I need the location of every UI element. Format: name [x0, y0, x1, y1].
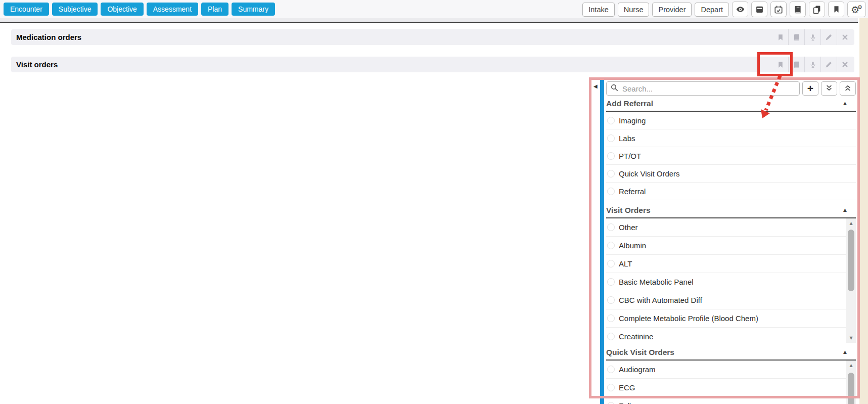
radio-circle[interactable] [607, 260, 615, 267]
section-actions [772, 57, 853, 72]
list-item-label: Referral [619, 187, 646, 196]
intake-button[interactable]: Intake [582, 3, 615, 17]
section-title: Visit orders [16, 57, 58, 72]
list-item[interactable]: Albumin [606, 237, 856, 255]
group-list-add-referral: Imaging Labs PT/OT Quick Visit Orders Re… [606, 112, 856, 200]
list-item[interactable]: Imaging [606, 112, 856, 129]
list-item[interactable]: Basic Metabolic Panel [606, 273, 856, 291]
bookmark-icon [833, 5, 840, 14]
calendar-button[interactable] [770, 2, 787, 17]
tab-objective[interactable]: Objective [101, 3, 143, 16]
pencil-icon[interactable] [820, 57, 837, 72]
panel-accent-bar [600, 80, 604, 404]
radio-circle[interactable] [607, 278, 615, 286]
microphone-icon[interactable] [804, 57, 820, 72]
bookmark-icon[interactable] [772, 57, 788, 72]
tab-encounter[interactable]: Encounter [4, 3, 49, 16]
radio-circle[interactable] [607, 152, 615, 160]
pencil-icon[interactable] [820, 29, 837, 45]
calendar-check-icon [774, 5, 783, 14]
eye-button[interactable] [732, 2, 748, 17]
scroll-down-icon[interactable]: ▼ [846, 336, 856, 340]
section-bar-visit-orders[interactable]: Visit orders [11, 57, 854, 72]
radio-circle[interactable] [607, 384, 615, 391]
list-item[interactable]: Audiogram [606, 361, 856, 379]
section-bar-medication-orders[interactable]: Medication orders [11, 29, 854, 45]
list-item[interactable]: PT/OT [606, 147, 856, 165]
search-box[interactable] [606, 81, 800, 96]
list-item-label: Labs [619, 134, 635, 143]
archive-box-icon [755, 5, 764, 14]
tab-plan[interactable]: Plan [201, 3, 229, 16]
list-item[interactable]: Follow up [606, 397, 856, 404]
expand-all-button[interactable] [840, 81, 856, 96]
collapse-caret-icon[interactable]: ▲ [843, 207, 847, 212]
panel-content: + Add Referral ▲ Imaging Labs PT/OT Quic… [606, 80, 856, 404]
radio-circle[interactable] [607, 296, 615, 304]
list-item[interactable]: Complete Metabolic Profile (Blood Chem) [606, 309, 856, 328]
list-item[interactable]: Labs [606, 129, 856, 147]
list-item[interactable]: ALT [606, 255, 856, 273]
radio-circle[interactable] [607, 333, 615, 340]
list-item-label: Creatinine [619, 332, 653, 341]
collapse-all-button[interactable] [821, 81, 837, 96]
depart-button[interactable]: Depart [695, 3, 729, 17]
copy-button[interactable] [809, 2, 825, 17]
note-nav-tabs: Encounter Subjective Objective Assessmen… [4, 3, 275, 16]
tab-summary[interactable]: Summary [232, 3, 275, 16]
collapse-left-icon[interactable]: ◀ [593, 83, 598, 89]
group-title: Add Referral [606, 99, 653, 108]
group-title: Quick Visit Orders [606, 348, 674, 357]
book-icon[interactable] [788, 57, 804, 72]
scrollbar-thumb[interactable] [848, 373, 854, 404]
search-input[interactable] [621, 84, 795, 94]
eye-icon [736, 5, 745, 14]
radio-circle[interactable] [607, 315, 615, 322]
list-item[interactable]: Referral [606, 183, 856, 200]
nurse-button[interactable]: Nurse [618, 3, 650, 17]
radio-circle[interactable] [607, 117, 615, 124]
plus-icon: + [807, 83, 813, 94]
radio-circle[interactable] [607, 402, 615, 404]
group-header-quick-visit-orders[interactable]: Quick Visit Orders ▲ [606, 347, 856, 361]
bookmark-button[interactable] [828, 2, 844, 17]
provider-button[interactable]: Provider [652, 3, 692, 17]
tab-assessment[interactable]: Assessment [147, 3, 198, 16]
group-header-add-referral[interactable]: Add Referral ▲ [606, 98, 856, 112]
settings-gears-icon: ⚙ ⚙ [851, 5, 862, 15]
book-button[interactable] [790, 2, 806, 17]
list-item[interactable]: Creatinine [606, 328, 856, 343]
double-chevron-down-icon [826, 84, 833, 93]
list-item[interactable]: ECG [606, 379, 856, 397]
list-item[interactable]: Quick Visit Orders [606, 165, 856, 183]
list-item[interactable]: CBC with Automated Diff [606, 291, 856, 309]
scroll-up-icon[interactable]: ▲ [846, 363, 856, 368]
scrollbar-thumb[interactable] [848, 230, 854, 291]
radio-circle[interactable] [607, 366, 615, 373]
top-toolbar: Encounter Subjective Objective Assessmen… [0, 0, 868, 18]
settings-button[interactable]: ⚙ ⚙ [847, 2, 866, 17]
list-item-label: ECG [619, 383, 635, 392]
book-icon[interactable] [788, 29, 804, 45]
list-item-label: Albumin [619, 241, 646, 250]
collapse-caret-icon[interactable]: ▲ [843, 349, 847, 354]
scrollbar[interactable]: ▲ [846, 361, 856, 404]
add-order-button[interactable]: + [802, 81, 818, 96]
list-item[interactable]: Other [606, 218, 856, 237]
radio-circle[interactable] [607, 223, 615, 231]
bookmark-icon[interactable] [772, 29, 788, 45]
close-icon[interactable] [837, 29, 853, 45]
group-header-visit-orders[interactable]: Visit Orders ▲ [606, 205, 856, 218]
microphone-icon[interactable] [804, 29, 820, 45]
radio-circle[interactable] [607, 134, 615, 142]
radio-circle[interactable] [607, 242, 615, 249]
scrollbar[interactable]: ▲ ▼ [846, 218, 856, 343]
archive-button[interactable] [751, 2, 767, 17]
radio-circle[interactable] [607, 170, 615, 177]
group-list-quick-visit-orders: Audiogram ECG Follow up ▲ [606, 361, 856, 404]
tab-subjective[interactable]: Subjective [52, 3, 98, 16]
radio-circle[interactable] [607, 188, 615, 195]
scroll-up-icon[interactable]: ▲ [846, 221, 856, 226]
collapse-caret-icon[interactable]: ▲ [843, 101, 847, 106]
close-icon[interactable] [837, 57, 853, 72]
